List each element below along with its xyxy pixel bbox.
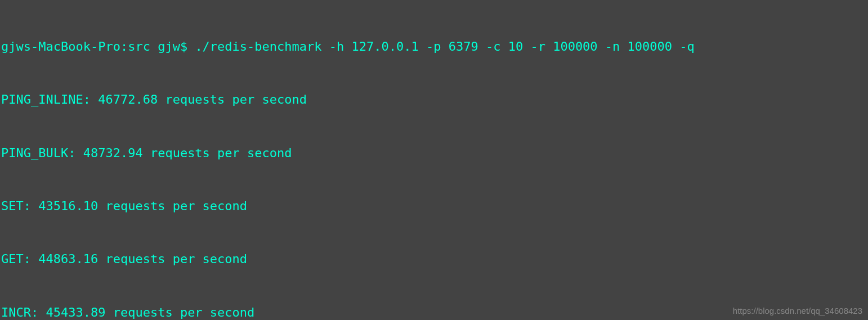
output-line: PING_INLINE: 46772.68 requests per secon… bbox=[1, 91, 867, 108]
output-line: SET: 43516.10 requests per second bbox=[1, 197, 867, 215]
output-line: PING_BULK: 48732.94 requests per second bbox=[1, 144, 867, 162]
command-line: gjws-MacBook-Pro:src gjw$ ./redis-benchm… bbox=[1, 38, 867, 55]
prompt: gjws-MacBook-Pro:src gjw$ bbox=[1, 39, 195, 54]
command-text: ./redis-benchmark -h 127.0.0.1 -p 6379 -… bbox=[195, 39, 694, 54]
watermark-text: https://blog.csdn.net/qq_34608423 bbox=[733, 305, 862, 317]
terminal-window[interactable]: gjws-MacBook-Pro:src gjw$ ./redis-benchm… bbox=[0, 0, 868, 320]
output-line: GET: 44863.16 requests per second bbox=[1, 250, 867, 268]
